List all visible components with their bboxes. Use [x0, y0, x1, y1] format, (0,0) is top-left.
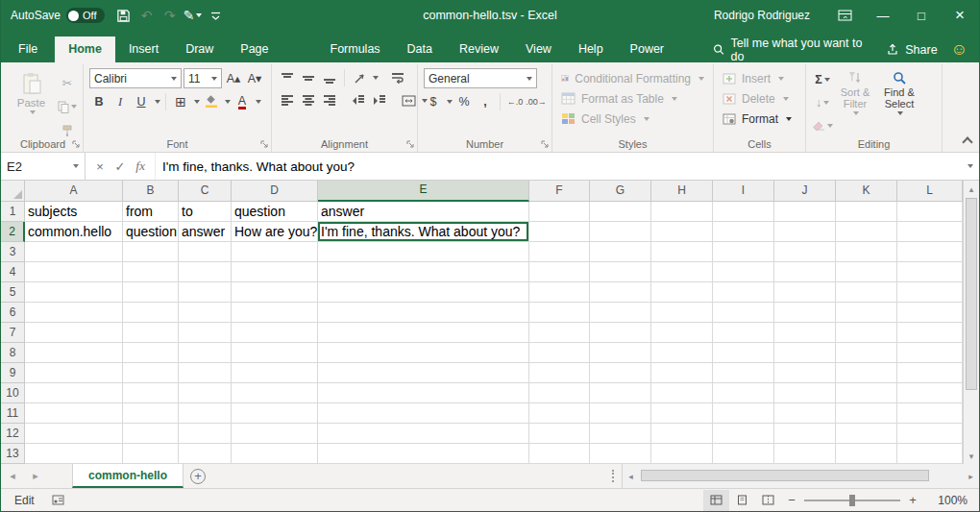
cell-H8[interactable]: [651, 343, 713, 363]
cell-F9[interactable]: [529, 363, 590, 383]
collapse-ribbon-icon[interactable]: [962, 136, 972, 147]
formula-input[interactable]: I'm fine, thanks. What about you?: [156, 153, 960, 180]
decrease-indent-button[interactable]: [349, 91, 368, 110]
scroll-up-icon[interactable]: ▴: [964, 181, 980, 197]
number-dialog-launcher[interactable]: [541, 140, 550, 149]
cell-F6[interactable]: [529, 303, 590, 323]
redo-button[interactable]: ↷: [159, 3, 182, 28]
save-button[interactable]: [112, 3, 135, 28]
select-all-button[interactable]: [1, 181, 25, 202]
cell-A8[interactable]: [25, 343, 123, 363]
cell-B5[interactable]: [123, 282, 179, 303]
cell-B7[interactable]: [123, 323, 179, 343]
cell-J5[interactable]: [774, 282, 836, 303]
cell-G12[interactable]: [590, 424, 651, 444]
cell-K8[interactable]: [836, 343, 897, 363]
cell-D4[interactable]: [232, 262, 318, 282]
row-header-12[interactable]: 12: [1, 424, 25, 444]
cell-A2[interactable]: common.hello: [25, 222, 123, 242]
row-header-11[interactable]: 11: [1, 403, 25, 424]
row-header-6[interactable]: 6: [1, 303, 25, 323]
cell-B6[interactable]: [123, 303, 179, 323]
column-header-K[interactable]: K: [836, 181, 897, 202]
normal-view-button[interactable]: [703, 490, 729, 511]
zoom-level[interactable]: 100%: [923, 494, 968, 507]
page-break-view-button[interactable]: [755, 490, 781, 511]
increase-font-size-button[interactable]: A▴: [224, 69, 243, 88]
cell-K6[interactable]: [836, 303, 897, 323]
cell-E12[interactable]: [318, 424, 529, 444]
cell-E13[interactable]: [318, 444, 529, 464]
cell-J2[interactable]: [774, 222, 836, 242]
tab-insert[interactable]: Insert: [115, 37, 172, 62]
cell-L7[interactable]: [897, 323, 963, 343]
cell-A4[interactable]: [25, 262, 123, 282]
ribbon-display-options-button[interactable]: [825, 0, 864, 31]
cell-K7[interactable]: [836, 323, 897, 343]
sheet-tab-common-hello[interactable]: common-hello: [72, 464, 184, 488]
cell-B9[interactable]: [123, 363, 179, 383]
cell-H10[interactable]: [651, 383, 713, 403]
cell-L2[interactable]: [897, 222, 963, 242]
cell-E10[interactable]: [318, 383, 529, 403]
cell-I13[interactable]: [713, 444, 774, 464]
cell-C12[interactable]: [179, 424, 232, 444]
percent-style-button[interactable]: %: [454, 92, 474, 111]
align-right-button[interactable]: [320, 91, 339, 110]
align-left-button[interactable]: [278, 91, 297, 110]
sheet-nav-right-icon[interactable]: ▸: [24, 464, 47, 488]
cell-J3[interactable]: [774, 242, 836, 262]
cell-A11[interactable]: [25, 403, 123, 424]
cell-D2[interactable]: How are you?: [232, 222, 318, 242]
zoom-slider-thumb[interactable]: [849, 495, 855, 506]
scroll-right-icon[interactable]: ▸: [963, 468, 979, 484]
autosave-pill[interactable]: Off: [66, 8, 104, 23]
scroll-left-icon[interactable]: ◂: [623, 468, 639, 484]
conditional-formatting-button[interactable]: Conditional Formatting: [558, 68, 707, 88]
cell-H9[interactable]: [651, 363, 713, 383]
cell-B8[interactable]: [123, 343, 179, 363]
align-middle-button[interactable]: [299, 68, 318, 87]
cut-button[interactable]: ✂: [58, 73, 77, 92]
cell-F3[interactable]: [529, 242, 590, 262]
cell-B11[interactable]: [123, 403, 179, 424]
cell-A12[interactable]: [25, 424, 123, 444]
cell-H5[interactable]: [651, 282, 713, 303]
cell-I10[interactable]: [713, 383, 774, 403]
cell-H1[interactable]: [651, 202, 713, 222]
row-header-4[interactable]: 4: [1, 262, 25, 282]
cell-C11[interactable]: [179, 403, 232, 424]
cell-C3[interactable]: [179, 242, 232, 262]
cell-H7[interactable]: [651, 323, 713, 343]
cell-K4[interactable]: [836, 262, 897, 282]
cell-G8[interactable]: [590, 343, 651, 363]
cell-E2[interactable]: I'm fine, thanks. What about you?: [318, 222, 529, 242]
row-header-1[interactable]: 1: [1, 202, 25, 222]
cell-K10[interactable]: [836, 383, 897, 403]
cell-H3[interactable]: [651, 242, 713, 262]
cell-C13[interactable]: [179, 444, 232, 464]
cell-L9[interactable]: [897, 363, 963, 383]
cell-L4[interactable]: [897, 262, 963, 282]
cell-L3[interactable]: [897, 242, 963, 262]
font-dialog-launcher[interactable]: [260, 140, 269, 149]
cell-I7[interactable]: [713, 323, 774, 343]
bold-button[interactable]: B: [89, 92, 109, 111]
cell-J12[interactable]: [774, 424, 836, 444]
row-header-3[interactable]: 3: [1, 242, 25, 262]
cell-B2[interactable]: question: [123, 222, 179, 242]
share-button[interactable]: Share: [877, 37, 946, 62]
horizontal-scroll-thumb[interactable]: [641, 470, 929, 481]
cell-L5[interactable]: [897, 282, 963, 303]
formula-bar-expand-icon[interactable]: [960, 153, 979, 180]
cell-G2[interactable]: [590, 222, 651, 242]
increase-decimal-button[interactable]: ←.0: [505, 92, 525, 111]
column-header-H[interactable]: H: [651, 181, 713, 202]
insert-cells-button[interactable]: Insert: [720, 68, 799, 88]
autosum-button[interactable]: Σ: [812, 70, 833, 89]
cell-J6[interactable]: [774, 303, 836, 323]
cell-G13[interactable]: [590, 444, 651, 464]
number-format-select[interactable]: General: [424, 68, 537, 88]
tab-draw[interactable]: Draw: [172, 37, 227, 62]
tab-help[interactable]: Help: [565, 37, 617, 62]
